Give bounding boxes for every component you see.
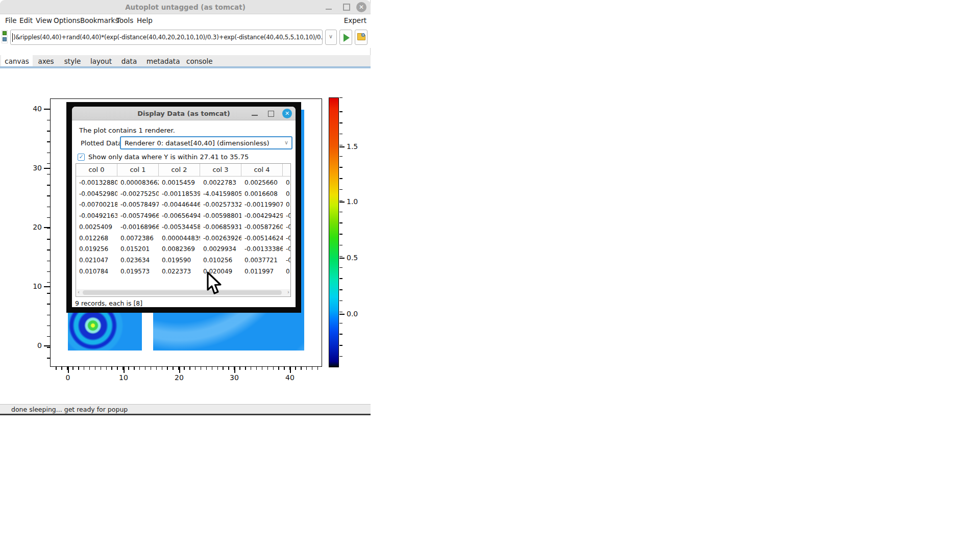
filter-checkbox[interactable]: ✓ [78, 154, 85, 161]
plotted-data-select[interactable]: Renderer 0: dataset[40,40] (dimensionles… [120, 136, 292, 149]
tab-metadata[interactable]: metadata [146, 55, 176, 66]
table-cell[interactable]: -0.00446446... [159, 199, 200, 210]
table-cell[interactable]: 0.0022783 [200, 177, 241, 188]
table-cell[interactable]: -0.00257332... [200, 199, 241, 210]
table-cell[interactable]: -0.00452980... [76, 188, 117, 199]
table-cell[interactable]: -0.00700218... [76, 199, 117, 210]
horizontal-scrollbar[interactable]: ‹ › [77, 289, 290, 296]
table-cell[interactable]: 0.019573 [117, 266, 159, 277]
table-cell[interactable]: -0.0 [283, 233, 291, 244]
table-cell[interactable]: -0.0 [283, 255, 291, 266]
table-cell[interactable]: -0.0 [283, 243, 291, 255]
table-cell[interactable]: -0.00578497... [117, 199, 159, 210]
table-cell[interactable]: 0.012268 [76, 233, 117, 244]
table-cell[interactable]: -0.00598801... [200, 210, 241, 221]
table-cell[interactable]: -0.00534458... [159, 221, 200, 233]
table-cell[interactable]: 0.010784 [76, 266, 117, 277]
menu-tools[interactable]: Tools [116, 16, 133, 24]
table-cell[interactable]: 0.0082369 [159, 243, 200, 255]
table-cell[interactable]: 0.0072386 [117, 233, 159, 244]
menu-edit[interactable]: Edit [19, 16, 33, 24]
table-cell[interactable]: -0.00429429... [241, 210, 283, 221]
column-header[interactable]: col 4 [241, 164, 283, 177]
table-cell[interactable]: 0.0029934 [200, 243, 241, 255]
table-cell[interactable]: 0.019590 [159, 255, 200, 266]
minimize-button[interactable] [325, 4, 332, 11]
maximize-button[interactable] [343, 4, 350, 11]
window-titlebar[interactable]: Autoplot untagged (as tomcat) ✕ [0, 0, 371, 14]
column-header[interactable]: col 3 [200, 164, 241, 177]
menu-options[interactable]: Options [54, 16, 80, 24]
menu-file[interactable]: File [5, 16, 17, 24]
table-cell[interactable]: -0.00587260... [241, 221, 283, 233]
table-cell[interactable]: 0.022373 [159, 266, 200, 277]
tab-data[interactable]: data [121, 55, 137, 66]
table-cell[interactable]: 0.0015459 [159, 177, 200, 188]
table-cell[interactable]: 0.0025660 [241, 177, 283, 188]
plot-canvas[interactable]: 40 30 20 10 0 0 10 20 30 40 1.5 1.0 0.5 … [0, 68, 371, 404]
dialog-maximize-button[interactable] [268, 111, 274, 117]
tab-canvas[interactable]: canvas [1, 55, 33, 66]
table-cell[interactable]: -0.00492163... [76, 210, 117, 221]
dialog-titlebar[interactable]: Display Data (as tomcat) ✕ [72, 107, 296, 120]
uri-history-dropdown[interactable] [325, 30, 337, 45]
table-cell[interactable]: -0.0 [283, 221, 291, 233]
table-cell[interactable]: -0.00574966... [117, 210, 159, 221]
table-cell[interactable]: 0.000044839 [159, 233, 200, 244]
table-cell[interactable]: 0.00 [283, 199, 291, 210]
mouse-cursor-icon [206, 271, 224, 296]
scroll-right-icon[interactable]: › [287, 289, 289, 295]
table-cell[interactable]: 0.023634 [117, 255, 159, 266]
table-cell[interactable]: -0.00275250... [117, 188, 159, 199]
table-cell[interactable]: -4.04159805... [200, 188, 241, 199]
column-header[interactable]: col 0 [76, 164, 117, 177]
scroll-left-icon[interactable]: ‹ [78, 289, 80, 295]
expert-mode-label[interactable]: Expert [344, 16, 366, 24]
table-cell[interactable]: -0.00685931... [200, 221, 241, 233]
close-button[interactable]: ✕ [356, 2, 366, 12]
go-button[interactable] [339, 30, 352, 45]
table-cell[interactable]: 0.0037721 [241, 255, 283, 266]
column-header[interactable]: col 2 [159, 164, 200, 177]
tab-layout[interactable]: layout [90, 55, 112, 66]
menu-help[interactable]: Help [137, 16, 153, 24]
column-header[interactable]: col 1 [117, 164, 159, 177]
table-cell[interactable]: 0.00 [283, 188, 291, 199]
uri-input[interactable]: )&ripples(40,40)+rand(40,40)*(exp(-dista… [10, 30, 323, 45]
colorbar-minor-ticks [339, 97, 342, 367]
table-cell[interactable]: 0.015201 [117, 243, 159, 255]
table-cell[interactable]: 0.021047 [76, 255, 117, 266]
table-cell[interactable]: -0.00132880... [76, 177, 117, 188]
x-tick [179, 367, 180, 373]
table-cell[interactable]: 0.00 [283, 177, 291, 188]
heatmap-right-sliver [301, 110, 304, 313]
column-header[interactable] [283, 164, 291, 177]
table-cell[interactable]: 0.011997 [241, 266, 283, 277]
dialog-minimize-button[interactable] [252, 115, 258, 116]
table-cell[interactable]: 0.019256 [76, 243, 117, 255]
table-cell[interactable]: 0.000083662 [117, 177, 159, 188]
table-cell[interactable]: -0.00168966... [117, 221, 159, 233]
tab-style[interactable]: style [63, 55, 82, 66]
table-cell[interactable]: -0.00119907... [241, 199, 283, 210]
table-cell[interactable]: -0.00656494... [159, 210, 200, 221]
table-cell[interactable]: -0.00118539... [159, 188, 200, 199]
tab-console[interactable]: console [186, 55, 211, 66]
table-cell[interactable]: 0.0016608 [241, 188, 283, 199]
menu-view[interactable]: View [36, 16, 52, 24]
table-cell[interactable]: 0.0025409 [76, 221, 117, 233]
dialog-close-button[interactable]: ✕ [282, 109, 292, 118]
menu-bookmarks[interactable]: Bookmarks [80, 16, 118, 24]
scrollbar-thumb[interactable] [83, 290, 282, 295]
table-cell[interactable]: -0.0 [283, 210, 291, 221]
filter-checkbox-label: Show only data where Y is within 27.41 t… [88, 153, 249, 161]
table-cell[interactable]: -0.00263926... [200, 233, 241, 244]
inspect-uri-button[interactable] [355, 30, 368, 45]
data-table[interactable]: col 0 col 1 col 2 col 3 col 4 -0.0013288… [76, 163, 291, 297]
table-cell[interactable]: -0.00514624... [241, 233, 283, 244]
table-cell[interactable]: 0.010256 [200, 255, 241, 266]
table-cell[interactable]: 0.00 [283, 266, 291, 277]
display-data-dialog[interactable]: Display Data (as tomcat) ✕ The plot cont… [72, 107, 296, 307]
tab-axes[interactable]: axes [37, 55, 55, 66]
table-cell[interactable]: -0.00133386... [241, 243, 283, 255]
